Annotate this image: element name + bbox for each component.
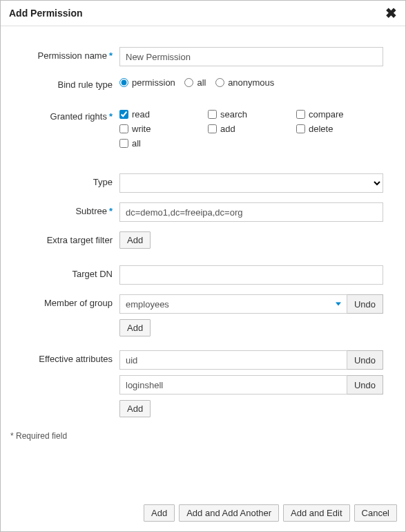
member-of-group-combo[interactable]: employees — [119, 294, 347, 314]
radio-anonymous[interactable]: anonymous — [215, 77, 274, 88]
row-member-of-group: Member of group employees Undo Add — [9, 294, 397, 336]
checkbox-write-label: write — [132, 124, 151, 134]
label-extra-target-filter: Extra target filter — [9, 231, 119, 249]
checkbox-all-label: all — [132, 138, 141, 149]
required-marker: * — [109, 111, 113, 122]
dialog-body: Permission name* Bind rule type permissi… — [1, 26, 405, 497]
label-permission-name-text: Permission name — [38, 50, 107, 61]
checkbox-all-input[interactable] — [119, 139, 128, 148]
target-dn-input[interactable] — [119, 265, 383, 285]
extra-target-filter-add-button[interactable]: Add — [119, 231, 151, 249]
row-bind-rule-type: Bind rule type permission all anonymous — [9, 76, 397, 90]
checkbox-delete[interactable]: delete — [296, 124, 382, 134]
member-of-group-undo-button[interactable]: Undo — [347, 294, 383, 314]
checkbox-read-label: read — [132, 109, 150, 120]
cancel-button[interactable]: Cancel — [354, 504, 397, 522]
radio-permission-input[interactable] — [119, 78, 128, 87]
row-extra-target-filter: Extra target filter Add — [9, 231, 397, 249]
label-effective-attributes: Effective attributes — [9, 350, 119, 417]
row-type: Type — [9, 173, 397, 193]
dialog-title: Add Permission — [9, 8, 83, 19]
checkbox-search-label: search — [220, 109, 247, 120]
member-of-group-add-button[interactable]: Add — [119, 319, 151, 336]
checkbox-compare-label: compare — [309, 109, 344, 120]
radio-anonymous-label: anonymous — [228, 77, 274, 88]
dialog-header: Add Permission ✖ — [1, 1, 405, 26]
label-type: Type — [9, 173, 119, 193]
checkbox-all[interactable]: all — [119, 138, 205, 149]
chevron-down-icon — [336, 303, 341, 306]
radio-permission-label: permission — [132, 77, 175, 88]
checkbox-search-input[interactable] — [208, 110, 217, 119]
effective-attr-input-1[interactable] — [119, 375, 347, 395]
required-field-note: * Required field — [9, 427, 397, 445]
checkbox-read[interactable]: read — [119, 109, 205, 120]
label-member-of-group: Member of group — [9, 294, 119, 336]
row-granted-rights: Granted rights* read search compare — [9, 108, 397, 149]
checkbox-delete-input[interactable] — [296, 124, 305, 133]
permission-name-input[interactable] — [119, 47, 383, 66]
checkbox-write[interactable]: write — [119, 124, 205, 134]
radio-all[interactable]: all — [184, 77, 206, 88]
radio-all-label: all — [197, 77, 206, 88]
member-of-group-value: employees — [126, 299, 169, 310]
checkbox-read-input[interactable] — [119, 110, 128, 119]
required-marker: * — [109, 206, 113, 216]
add-and-add-another-button[interactable]: Add and Add Another — [179, 504, 279, 522]
checkbox-add-input[interactable] — [208, 124, 217, 133]
row-target-dn: Target DN — [9, 265, 397, 285]
checkbox-delete-label: delete — [309, 124, 333, 134]
label-bind-rule-type: Bind rule type — [9, 76, 119, 90]
close-icon[interactable]: ✖ — [385, 6, 397, 20]
radio-permission[interactable]: permission — [119, 77, 175, 88]
label-permission-name: Permission name* — [9, 47, 119, 66]
radio-anonymous-input[interactable] — [215, 78, 224, 87]
checkbox-add[interactable]: add — [208, 124, 293, 134]
checkbox-compare[interactable]: compare — [296, 109, 382, 120]
label-granted-rights-text: Granted rights — [50, 111, 107, 122]
add-and-edit-button[interactable]: Add and Edit — [283, 504, 349, 522]
checkbox-write-input[interactable] — [119, 124, 128, 133]
dialog-footer: Add Add and Add Another Add and Edit Can… — [1, 497, 405, 531]
checkbox-search[interactable]: search — [208, 109, 293, 120]
add-permission-dialog: Add Permission ✖ Permission name* Bind r… — [0, 0, 406, 532]
checkbox-compare-input[interactable] — [296, 110, 305, 119]
effective-attr-add-button[interactable]: Add — [119, 400, 151, 417]
required-marker: * — [109, 50, 113, 61]
label-target-dn: Target DN — [9, 265, 119, 285]
radio-all-input[interactable] — [184, 78, 193, 87]
add-button[interactable]: Add — [144, 504, 175, 522]
row-permission-name: Permission name* — [9, 47, 397, 66]
row-subtree: Subtree* — [9, 202, 397, 222]
effective-attr-undo-0[interactable]: Undo — [347, 350, 383, 370]
effective-attr-input-0[interactable] — [119, 350, 347, 370]
label-granted-rights: Granted rights* — [9, 108, 119, 149]
row-effective-attributes: Effective attributes Undo Undo Add — [9, 350, 397, 417]
effective-attr-undo-1[interactable]: Undo — [347, 375, 383, 395]
checkbox-add-label: add — [220, 124, 235, 134]
type-select[interactable] — [119, 173, 383, 193]
subtree-input[interactable] — [119, 202, 383, 222]
label-subtree-text: Subtree — [75, 206, 107, 216]
label-subtree: Subtree* — [9, 202, 119, 222]
